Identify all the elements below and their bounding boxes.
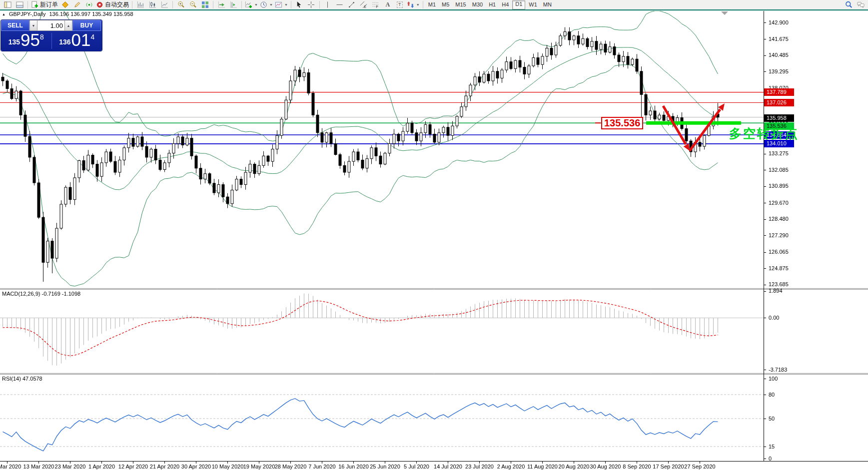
vertical-line-icon[interactable] [322, 0, 334, 9]
rsi-tick-label: 15 [769, 444, 775, 450]
date-label: 19 May 2020 [243, 464, 275, 470]
date-label: 17 Sep 2020 [653, 464, 684, 470]
chat-icon[interactable] [855, 0, 867, 9]
date-label: 30 Apr 2020 [181, 464, 211, 470]
timeframe-m1-button[interactable]: M1 [426, 1, 438, 9]
date-label: 27 Sep 2020 [684, 464, 715, 470]
sell-button[interactable]: SELL [1, 20, 29, 31]
timeframe-h4-button[interactable]: H4 [499, 1, 511, 9]
date-label: 20 Aug 2020 [559, 464, 590, 470]
toolbar-separator [319, 1, 320, 8]
line-chart-icon[interactable] [158, 0, 170, 9]
timeframe-mn-button[interactable]: MN [541, 1, 554, 9]
date-label: 8 Sep 2020 [623, 464, 651, 470]
period-icon[interactable]: ▼ [259, 0, 274, 9]
toolbar-separator [241, 1, 242, 8]
buy-price-prefix: 136 [59, 37, 70, 47]
price-tick-label: 127.290 [769, 232, 789, 238]
volume-input[interactable] [37, 20, 64, 31]
new-order-label: 新订单 [40, 0, 58, 9]
volume-increase-button[interactable]: ▲ [64, 20, 72, 31]
ohlc-values: 136.196 136.997 135.349 135.958 [49, 11, 133, 17]
auto-trading-label: 自动交易 [105, 0, 129, 9]
timeframe-m5-button[interactable]: M5 [439, 1, 452, 9]
rsi-tick-label: 0 [769, 456, 772, 462]
add-indicator-icon[interactable]: ▼ [244, 0, 259, 9]
equidistant-channel-icon[interactable]: E [358, 0, 370, 9]
window-layout-icon[interactable] [13, 0, 25, 9]
date-label: 14 Jul 2020 [434, 464, 462, 470]
text-label-icon[interactable]: T [394, 0, 406, 9]
buy-price-pip: 4 [91, 33, 95, 40]
chart-area[interactable] [0, 0, 868, 470]
price-badge: 137.789 [764, 88, 794, 96]
timeframe-d1-button[interactable]: D1 [512, 0, 525, 9]
date-label: 23 Mar 2020 [55, 464, 86, 470]
zoom-out-icon[interactable] [187, 0, 199, 9]
timeframe-h1-button[interactable]: H1 [486, 1, 498, 9]
dropdown-caret-icon[interactable]: ▼ [269, 3, 273, 6]
date-label: 23 Jul 2020 [465, 464, 494, 470]
text-icon[interactable]: A [382, 0, 394, 9]
timeframe-m15-button[interactable]: M15 [453, 1, 468, 9]
zoom-in-icon[interactable] [175, 0, 187, 9]
arrows-icon[interactable]: ▼ [406, 0, 421, 9]
mt4-window: 新订单自动交易▼▼▼EFAT▼M1M5M15M30H1H4D1W1MN ▲ GB… [0, 0, 868, 470]
price-tick-label: 129.670 [769, 200, 789, 206]
dropdown-caret-icon[interactable]: ▼ [416, 3, 420, 6]
toolbar-separator [423, 1, 423, 8]
buy-price-main: 01 [71, 32, 91, 47]
price-tick-label: 130.895 [769, 183, 789, 189]
toolbar-separator [291, 1, 291, 8]
volume-decrease-button[interactable]: ▼ [29, 20, 37, 31]
support-price-label[interactable]: 135.536 [601, 117, 643, 129]
svg-text:F: F [376, 5, 378, 8]
toolbar-separator [27, 1, 28, 8]
auto-scroll-icon[interactable] [215, 0, 227, 9]
panel-toggle-icon[interactable] [1, 0, 13, 9]
macd-tick-label: -3.7183 [769, 367, 787, 373]
price-tick-label: 133.275 [769, 150, 789, 156]
template-icon[interactable]: ▼ [274, 0, 289, 9]
cursor-icon[interactable] [293, 0, 305, 9]
svg-text:E: E [364, 5, 367, 8]
rsi-tick-label: 80 [769, 392, 775, 398]
candlestick-chart-icon[interactable] [146, 0, 158, 9]
dropdown-caret-icon[interactable]: ▼ [284, 3, 288, 6]
bar-chart-icon[interactable] [134, 0, 146, 9]
timeframe-m30-button[interactable]: M30 [470, 1, 485, 9]
sell-price[interactable]: 135 95 8 [1, 32, 51, 49]
price-tick-label: 141.675 [769, 36, 789, 42]
pivot-annotation[interactable]: 多空转折点 [729, 125, 799, 142]
buy-price[interactable]: 136 01 4 [52, 32, 102, 49]
timeframe-w1-button[interactable]: W1 [526, 1, 540, 9]
date-label: 5 Jul 2020 [404, 464, 429, 470]
date-label: 10 May 2020 [212, 464, 244, 470]
macd-values: -0.7169 -1.1098 [41, 291, 80, 297]
price-tick-label: 132.085 [769, 167, 789, 173]
collapse-marker-icon[interactable]: ▲ [2, 12, 5, 16]
date-label: 25 Jun 2020 [370, 464, 400, 470]
new-order-button[interactable]: 新订单 [30, 0, 59, 9]
buy-button[interactable]: BUY [72, 20, 101, 31]
tile-windows-icon[interactable] [199, 0, 211, 9]
macd-tick-label: 0.00 [769, 315, 779, 321]
signals-icon[interactable] [83, 0, 95, 9]
auto-trading-button[interactable]: 自动交易 [95, 0, 130, 9]
dropdown-caret-icon[interactable]: ▼ [254, 3, 258, 6]
chart-shift-icon[interactable] [227, 0, 239, 9]
rsi-tick-label: 100 [769, 376, 778, 382]
price-tick-label: 142.900 [769, 19, 789, 25]
trend-line-icon[interactable] [346, 0, 358, 9]
date-label: 4 Mar 2020 [0, 464, 21, 470]
macd-label: MACD(12,26,9) -0.7169 -1.1098 [2, 291, 80, 297]
market-watch-icon[interactable] [59, 0, 71, 9]
metaeditor-icon[interactable] [71, 0, 83, 9]
trade-panel-top-row: SELL ▼ ▲ BUY [1, 20, 102, 31]
fibonacci-icon[interactable]: F [370, 0, 382, 9]
search-icon[interactable] [843, 0, 855, 9]
horizontal-line-icon[interactable] [334, 0, 346, 9]
rsi-value: 47.0578 [22, 376, 42, 382]
crosshair-icon[interactable] [305, 0, 317, 9]
price-tick-label: 123.685 [769, 281, 789, 287]
